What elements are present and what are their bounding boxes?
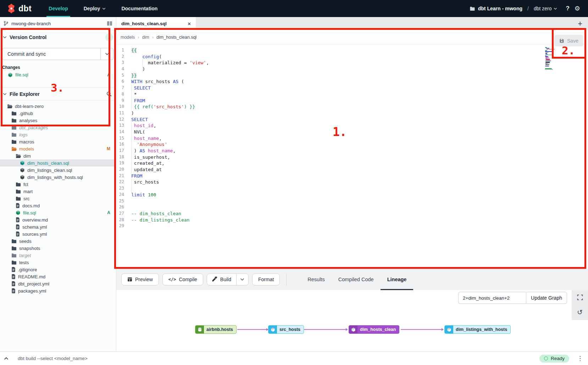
code-line-18[interactable]: 18 is_superhost, <box>116 154 588 160</box>
chevron-down-icon[interactable] <box>100 48 113 60</box>
breadcrumb-models[interactable]: models <box>121 35 135 40</box>
code-line-5[interactable]: 5}} <box>116 72 588 79</box>
code-line-19[interactable]: 19 created_at, <box>116 160 588 167</box>
command-input[interactable]: dbt build --select <model_name> <box>18 356 539 361</box>
tree-item-dbt-learn-zero[interactable]: dbt-learn-zero <box>0 103 116 110</box>
code-line-14[interactable]: 14 NVL( <box>116 129 588 135</box>
nav-item-deploy[interactable]: Deploy <box>76 0 114 17</box>
tree-item-dim_listings_with_hosts.sql[interactable]: dim_listings_with_hosts.sql <box>0 174 116 181</box>
tree-item-label: src <box>23 196 29 201</box>
tree-item-dbt_project.yml[interactable]: dbt_project.yml <box>0 280 116 287</box>
editor-minimap[interactable] <box>545 47 554 71</box>
lineage-node-dim_hosts_clean[interactable]: dim_hosts_clean <box>349 325 399 334</box>
tree-item-README.md[interactable]: README.md <box>0 273 116 280</box>
tree-item-logs[interactable]: logs <box>0 131 116 138</box>
tree-item-overview.md[interactable]: overview.md <box>0 216 116 223</box>
tree-item-fct[interactable]: fct <box>0 181 116 188</box>
tree-item-seeds[interactable]: seeds <box>0 238 116 245</box>
build-options-chevron[interactable] <box>236 274 248 285</box>
code-line-26[interactable]: 26 <box>116 204 588 211</box>
code-line-15[interactable]: 15 host_name, <box>116 135 588 142</box>
code-line-6[interactable]: 6WITH src_hosts AS ( <box>116 78 588 85</box>
commit-and-sync-button[interactable]: Commit and sync <box>2 48 113 60</box>
search-icon[interactable] <box>106 91 112 98</box>
code-line-28[interactable]: 28-- dim_listings_clean <box>116 217 588 223</box>
code-line-29[interactable]: 29 <box>116 223 588 229</box>
tree-item-docs.md[interactable]: docs.md <box>0 202 116 209</box>
tree-item-sources.yml[interactable]: sources.yml <box>0 230 116 238</box>
tree-item-analyses[interactable]: analyses <box>0 117 116 124</box>
code-line-4[interactable]: 4 ) <box>116 66 588 72</box>
help-icon[interactable]: ? <box>566 5 569 12</box>
tree-item-file.sql[interactable]: file.sqlA <box>0 209 116 216</box>
gear-icon[interactable]: ⚙ <box>575 5 580 12</box>
code-line-3[interactable]: 3 materialized = 'view', <box>116 60 588 66</box>
lineage-node-src_hosts[interactable]: src_hosts <box>268 325 304 334</box>
lineage-node-airbnb.hosts[interactable]: airbnb.hosts <box>195 325 237 334</box>
tree-item-schema.yml[interactable]: schema.yml <box>0 223 116 230</box>
new-tab-button[interactable]: + <box>572 17 588 30</box>
version-control-header[interactable]: Version Control 1 <box>0 30 116 43</box>
code-line-16[interactable]: 16 'Anonymous' <box>116 141 588 148</box>
tab-results[interactable]: Results <box>301 269 331 290</box>
tree-item-snapshots[interactable]: snapshots <box>0 245 116 252</box>
code-line-23[interactable]: 23 <box>116 185 588 192</box>
tree-item-packages.yml[interactable]: packages.yml <box>0 287 116 294</box>
code-line-7[interactable]: 7 SELECT <box>116 85 588 91</box>
compile-button[interactable]: </> Compile <box>162 273 203 285</box>
environment-selector[interactable]: dbt zero <box>534 6 558 11</box>
tree-item-mart[interactable]: mart <box>0 188 116 195</box>
tree-item-macros[interactable]: macros <box>0 138 116 145</box>
code-line-2[interactable]: 2 config( <box>116 54 588 60</box>
code-line-8[interactable]: 8 * <box>116 91 588 98</box>
code-line-21[interactable]: 21FROM <box>116 173 588 179</box>
format-button[interactable]: Format <box>252 273 280 285</box>
tree-item-.github[interactable]: .github <box>0 110 116 117</box>
project-selector[interactable]: dbt Learn - mwong <box>470 6 522 11</box>
code-line-27[interactable]: 27-- dim_hosts_clean <box>116 211 588 217</box>
dbt-logo[interactable]: dbt <box>0 4 41 13</box>
tab-lineage[interactable]: Lineage <box>381 269 414 290</box>
close-icon[interactable]: × <box>188 21 191 27</box>
code-editor[interactable]: 1{{2 config(3 materialized = 'view',4 )5… <box>116 44 588 269</box>
code-line-11[interactable]: 11) <box>116 110 588 116</box>
chevron-up-icon[interactable] <box>0 357 12 360</box>
code-line-1[interactable]: 1{{ <box>116 47 588 54</box>
tree-item-dbt_packages[interactable]: dbt_packages <box>0 124 116 131</box>
tree-item-dim[interactable]: dim <box>0 152 116 159</box>
file-explorer-header[interactable]: File Explorer <box>0 88 116 100</box>
code-line-12[interactable]: 12SELECT <box>116 116 588 123</box>
branch-name[interactable]: mwong-dev-branch <box>11 21 51 26</box>
tree-item-target[interactable]: target <box>0 252 116 259</box>
tree-item-tests[interactable]: tests <box>0 259 116 266</box>
kebab-menu-icon[interactable]: ⋮ <box>577 355 588 362</box>
fullscreen-icon[interactable] <box>577 294 583 300</box>
tree-item-.gitignore[interactable]: .gitignore <box>0 266 116 273</box>
breadcrumb-file[interactable]: dim_hosts_clean.sql <box>156 35 196 40</box>
code-line-24[interactable]: 24limit 100 <box>116 192 588 198</box>
build-button[interactable]: Build <box>207 274 236 285</box>
code-line-9[interactable]: 9 FROM <box>116 98 588 104</box>
changed-file-row[interactable]: file.sql A <box>0 71 116 78</box>
code-line-17[interactable]: 17 ) AS host_name, <box>116 148 588 154</box>
code-line-20[interactable]: 20 updated_at <box>116 167 588 173</box>
nav-item-develop[interactable]: Develop <box>41 0 76 17</box>
code-line-22[interactable]: 22 src_hosts <box>116 179 588 185</box>
preview-button[interactable]: Preview <box>121 273 159 285</box>
split-view-icon[interactable] <box>107 21 112 26</box>
code-line-25[interactable]: 25 <box>116 198 588 205</box>
code-line-13[interactable]: 13 host_id, <box>116 122 588 129</box>
tree-item-src[interactable]: src <box>0 195 116 202</box>
tab-dim-hosts-clean[interactable]: dim_hosts_clean.sql × <box>116 17 196 30</box>
tree-item-dim_listings_clean.sql[interactable]: dim_listings_clean.sql <box>0 167 116 174</box>
lineage-selector-input[interactable] <box>458 292 526 304</box>
code-line-10[interactable]: 10 {{ ref('src_hosts') }} <box>116 104 588 110</box>
nav-item-documentation[interactable]: Documentation <box>113 0 165 17</box>
reset-view-icon[interactable]: ↺ <box>577 309 583 316</box>
tree-item-models[interactable]: modelsM <box>0 145 116 152</box>
lineage-node-dim_listings_with_hosts[interactable]: dim_listings_with_hosts <box>444 325 511 334</box>
update-graph-button[interactable]: Update Graph <box>526 292 567 304</box>
tree-item-dim_hosts_clean.sql[interactable]: dim_hosts_clean.sql <box>0 159 116 167</box>
tab-compiled-code[interactable]: Compiled Code <box>332 269 381 290</box>
breadcrumb-dim[interactable]: dim <box>142 35 149 40</box>
